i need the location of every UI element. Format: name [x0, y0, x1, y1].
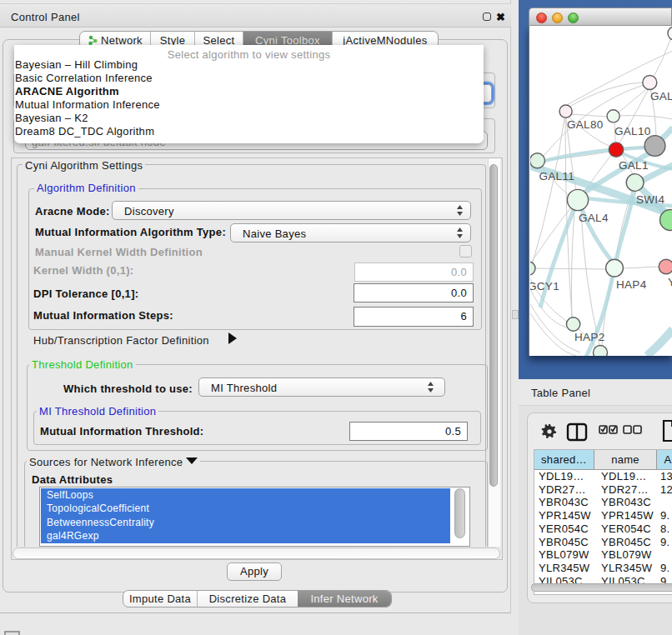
svg-text:GAL7: GAL7 — [650, 90, 672, 102]
svg-text:SWI4: SWI4 — [636, 193, 664, 206]
svg-text:GAL1: GAL1 — [619, 159, 649, 172]
svg-text:HAP4: HAP4 — [616, 278, 647, 291]
svg-text:GAL4: GAL4 — [579, 212, 609, 224]
svg-text:Y: Y — [668, 276, 672, 288]
svg-text:GAL80: GAL80 — [567, 118, 604, 131]
svg-text:GCY1: GCY1 — [530, 280, 559, 292]
svg-text:HAP2: HAP2 — [574, 331, 604, 343]
svg-text:GAL10: GAL10 — [614, 125, 651, 138]
svg-text:GAL11: GAL11 — [539, 170, 575, 182]
